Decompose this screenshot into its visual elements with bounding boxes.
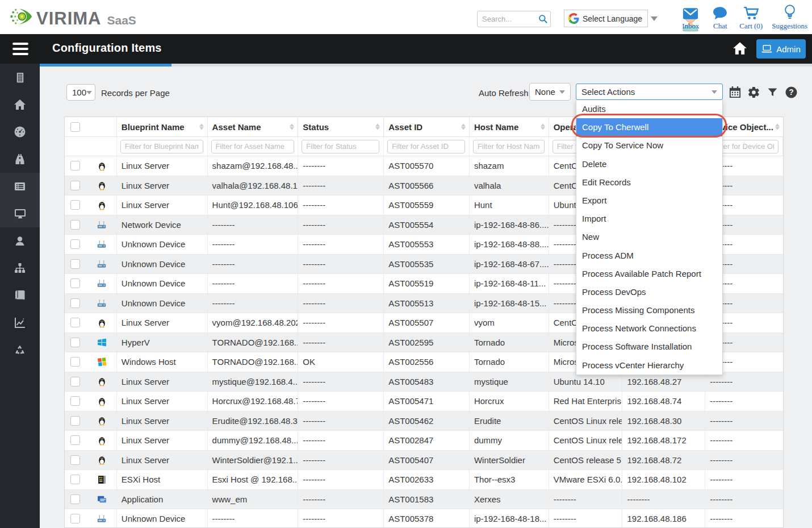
row-checkbox[interactable] <box>70 455 80 465</box>
cell: -------- <box>705 392 783 411</box>
brand-logo: VIRIMA SaaS <box>8 5 136 30</box>
table-row[interactable]: Linux ServerErudite@192.168.48.30-------… <box>65 411 783 431</box>
menu-item-process-adm[interactable]: Process ADM <box>576 247 722 265</box>
menu-item-copy-to-cherwell[interactable]: Copy To Cherwell <box>576 118 722 136</box>
row-checkbox[interactable] <box>70 181 80 190</box>
row-checkbox[interactable] <box>70 416 80 426</box>
language-selector[interactable]: Select Language <box>564 10 648 27</box>
menu-item-export[interactable]: Export <box>576 192 722 210</box>
filter-input[interactable] <box>211 140 294 153</box>
search-input[interactable] <box>482 12 538 26</box>
sidebar-item-home[interactable] <box>0 91 40 118</box>
table-row[interactable]: Linux Serverdummy@192.168.48....--------… <box>65 431 783 451</box>
sidebar-item-list[interactable] <box>0 173 40 200</box>
table-row[interactable]: ESXi HostEsxi Host @ 192.168....--------… <box>65 470 783 490</box>
menu-item-import[interactable]: Import <box>576 210 722 228</box>
menu-item-copy-to-service-now[interactable]: Copy To Service Now <box>576 136 722 155</box>
menu-item-new[interactable]: New <box>576 228 722 246</box>
column-header-status[interactable]: Status <box>298 117 384 136</box>
column-header-label: Host Name <box>474 122 518 132</box>
menu-item-process-network-connections[interactable]: Process Network Connections <box>576 319 722 338</box>
row-checkbox[interactable] <box>70 239 80 249</box>
sidebar-item-reports[interactable] <box>0 309 40 336</box>
cell: Linux Server <box>117 411 208 431</box>
sidebar-item-book[interactable] <box>0 282 40 309</box>
virima-app: VIRIMA SaaS Select Language <box>0 0 812 528</box>
quick-chat[interactable]: Chat <box>710 6 730 31</box>
menu-item-process-vcenter-hierarchy[interactable]: Process vCenter Hierarchy <box>576 356 722 375</box>
home-icon[interactable] <box>733 41 747 57</box>
cell: Unknown Device <box>117 255 208 274</box>
column-header-asset-id[interactable]: Asset ID <box>384 117 470 136</box>
sidebar-item-monitor[interactable] <box>0 200 40 227</box>
sort-icon[interactable] <box>775 124 780 130</box>
menu-hamburger-icon[interactable] <box>12 43 28 55</box>
menu-item-process-available-patch-report[interactable]: Process Available Patch Report <box>576 265 722 283</box>
column-header-asset-name[interactable]: Asset Name <box>208 117 299 136</box>
sidebar-item-users[interactable] <box>0 227 40 255</box>
sidebar-item-recycle[interactable] <box>0 336 40 364</box>
quick-cart[interactable]: Cart (0) <box>739 6 763 31</box>
column-header-host-name[interactable]: Host Name <box>470 117 549 136</box>
settings-gear-icon[interactable] <box>747 85 761 99</box>
table-row[interactable]: Linux ServerWinterSoldier@192.1...------… <box>65 451 783 471</box>
sort-icon[interactable] <box>541 124 545 130</box>
row-checkbox[interactable] <box>70 161 80 171</box>
row-checkbox[interactable] <box>70 494 80 504</box>
quick-suggestions[interactable]: Suggestions <box>772 6 807 31</box>
sidebar-item-discovery[interactable] <box>0 145 40 173</box>
chat-icon <box>712 6 728 20</box>
table-row[interactable]: Linux ServerHorcrux@192.168.48.74-------… <box>65 392 783 411</box>
cell: AST005519 <box>384 274 470 293</box>
cell: Network Device <box>117 215 208 235</box>
menu-item-process-devops[interactable]: Process DevOps <box>576 283 722 301</box>
search-icon[interactable] <box>538 14 549 24</box>
sidebar-item-buildings[interactable] <box>0 64 40 91</box>
row-checkbox[interactable] <box>70 357 80 367</box>
cell: -------- <box>705 470 783 489</box>
row-checkbox[interactable] <box>70 259 80 269</box>
row-checkbox[interactable] <box>70 318 80 327</box>
select-actions-dropdown[interactable]: Select Actions <box>576 84 723 100</box>
filter-input[interactable] <box>302 140 379 153</box>
filter-funnel-icon[interactable] <box>765 85 780 99</box>
table-row[interactable]: Unknown Device----------------AST005378i… <box>65 509 783 528</box>
row-checkbox[interactable] <box>70 278 80 288</box>
select-all-checkbox[interactable] <box>70 122 80 132</box>
column-header-blueprint-name[interactable]: Blueprint Name <box>117 117 208 136</box>
row-checkbox[interactable] <box>70 220 80 230</box>
sort-icon[interactable] <box>461 124 466 130</box>
row-checkbox[interactable] <box>70 475 80 484</box>
table-row[interactable]: Applicationwww_em--------AST001583Xerxes… <box>65 490 783 510</box>
help-icon[interactable]: ? <box>784 85 798 99</box>
cell: AST005554 <box>384 215 470 235</box>
row-checkbox[interactable] <box>70 377 80 386</box>
row-checkbox[interactable] <box>70 200 80 210</box>
row-checkbox[interactable] <box>70 396 80 406</box>
chevron-down-icon[interactable] <box>651 16 658 21</box>
sort-icon[interactable] <box>290 124 294 130</box>
row-checkbox[interactable] <box>70 435 80 445</box>
menu-item-process-software-installation[interactable]: Process Software Installation <box>576 338 722 356</box>
menu-item-edit-records[interactable]: Edit Records <box>576 173 722 192</box>
cell: -------- <box>549 490 623 509</box>
sidebar-item-hierarchy[interactable] <box>0 255 40 282</box>
menu-item-delete[interactable]: Delete <box>576 155 722 173</box>
cell: Tornado <box>470 333 549 352</box>
records-per-page-select[interactable]: 100 <box>66 84 95 101</box>
quick-inbox[interactable]: Inbox <box>680 6 701 31</box>
sort-icon[interactable] <box>199 124 204 130</box>
sort-icon[interactable] <box>375 124 380 130</box>
menu-item-process-missing-components[interactable]: Process Missing Components <box>576 301 722 319</box>
row-checkbox[interactable] <box>70 338 80 347</box>
filter-input[interactable] <box>120 140 203 153</box>
row-checkbox[interactable] <box>70 298 80 308</box>
filter-input[interactable] <box>387 140 465 153</box>
row-checkbox[interactable] <box>70 514 80 523</box>
menu-item-audits[interactable]: Audits <box>576 100 722 118</box>
admin-button[interactable]: Admin <box>756 39 806 59</box>
auto-refresh-select[interactable]: None <box>529 83 571 101</box>
filter-input[interactable] <box>473 140 545 153</box>
sidebar-item-dashboard[interactable] <box>0 118 40 145</box>
calendar-icon[interactable] <box>728 85 742 99</box>
